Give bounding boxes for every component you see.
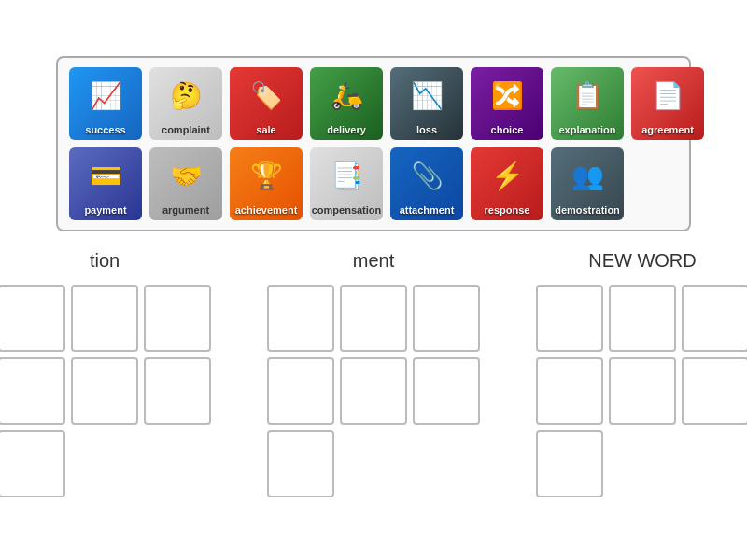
ment-cell[interactable] — [413, 285, 480, 352]
ment-cell[interactable] — [267, 430, 334, 497]
tion-cells — [0, 285, 211, 497]
choice-icon: 🔀 — [471, 67, 543, 123]
new-word-row-1 — [536, 285, 747, 352]
success-icon: 📈 — [69, 67, 142, 123]
ment-title: ment — [353, 250, 394, 272]
tion-cell[interactable] — [0, 357, 65, 425]
payment-icon: 💳 — [69, 147, 142, 203]
agreement-icon: 📄 — [631, 67, 704, 123]
new-word-cell[interactable] — [609, 357, 676, 425]
ment-cell[interactable] — [340, 285, 407, 352]
card-response[interactable]: ⚡response — [471, 147, 543, 220]
tion-cell[interactable] — [144, 357, 211, 425]
choice-label: choice — [491, 124, 524, 135]
tion-column: tion — [0, 250, 211, 497]
card-payment[interactable]: 💳payment — [69, 147, 142, 220]
tion-cell[interactable] — [0, 430, 65, 497]
card-compensation[interactable]: 📑compensation — [310, 147, 383, 220]
card-complaint[interactable]: 🤔complaint — [149, 67, 222, 140]
tion-row-3 — [0, 430, 211, 497]
card-sale[interactable]: 🏷️sale — [230, 67, 303, 140]
ment-row-1 — [267, 285, 480, 352]
sale-label: sale — [256, 124, 275, 135]
tion-cell[interactable] — [71, 357, 138, 425]
demonstration-icon: 👥 — [551, 147, 624, 203]
ment-row-2 — [267, 357, 480, 425]
agreement-label: agreement — [641, 124, 694, 135]
complaint-label: complaint — [162, 124, 210, 135]
attachment-icon: 📎 — [390, 147, 463, 203]
success-label: success — [85, 124, 125, 135]
explanation-label: explanation — [558, 124, 615, 135]
card-delivery[interactable]: 🛵delivery — [310, 67, 383, 140]
delivery-label: delivery — [327, 124, 366, 135]
tion-cell[interactable] — [144, 285, 211, 352]
tion-cell[interactable] — [0, 285, 65, 352]
new-word-cell[interactable] — [536, 430, 603, 497]
argument-label: argument — [162, 204, 209, 216]
delivery-icon: 🛵 — [310, 67, 383, 123]
card-loss[interactable]: 📉loss — [390, 67, 463, 140]
complaint-icon: 🤔 — [149, 67, 222, 123]
card-agreement[interactable]: 📄agreement — [631, 67, 704, 140]
new-word-title: NEW WORD — [588, 250, 697, 272]
argument-icon: 🤝 — [149, 147, 222, 203]
loss-icon: 📉 — [390, 67, 463, 123]
ment-cell[interactable] — [340, 357, 407, 425]
tion-row-2 — [0, 357, 211, 425]
new-word-cell[interactable] — [536, 285, 603, 352]
card-row-2: 💳payment🤝argument🏆achievement📑compensati… — [69, 147, 678, 220]
card-argument[interactable]: 🤝argument — [149, 147, 222, 220]
demonstration-label: demostration — [555, 204, 620, 216]
achievement-label: achievement — [235, 204, 298, 216]
card-grid-container: 📈success🤔complaint🏷️sale🛵delivery📉loss🔀c… — [56, 56, 691, 231]
response-label: response — [485, 204, 530, 216]
card-explanation[interactable]: 📋explanation — [551, 67, 624, 140]
tion-cell[interactable] — [71, 285, 138, 352]
new-word-cell[interactable] — [536, 357, 603, 425]
card-achievement[interactable]: 🏆achievement — [230, 147, 303, 220]
tion-row-1 — [0, 285, 211, 352]
sort-area: tion ment — [0, 250, 747, 497]
new-word-cell[interactable] — [609, 285, 676, 352]
compensation-icon: 📑 — [310, 147, 383, 203]
ment-cell[interactable] — [267, 285, 334, 352]
card-choice[interactable]: 🔀choice — [471, 67, 543, 140]
explanation-icon: 📋 — [551, 67, 624, 123]
new-word-row-2 — [536, 357, 747, 425]
ment-cells — [267, 285, 480, 497]
new-word-cell[interactable] — [682, 285, 747, 352]
new-word-column: NEW WORD — [536, 250, 747, 497]
new-word-cells — [536, 285, 747, 497]
compensation-label: compensation — [312, 204, 382, 216]
ment-column: ment — [267, 250, 480, 497]
card-success[interactable]: 📈success — [69, 67, 142, 140]
response-icon: ⚡ — [471, 147, 543, 203]
ment-cell[interactable] — [413, 357, 480, 425]
ment-row-3 — [267, 430, 480, 497]
card-demonstration[interactable]: 👥demostration — [551, 147, 624, 220]
card-attachment[interactable]: 📎attachment — [390, 147, 463, 220]
card-row-1: 📈success🤔complaint🏷️sale🛵delivery📉loss🔀c… — [69, 67, 678, 140]
loss-label: loss — [416, 124, 437, 135]
new-word-cell[interactable] — [682, 357, 747, 425]
sale-icon: 🏷️ — [230, 67, 303, 123]
attachment-label: attachment — [400, 204, 455, 216]
tion-title: tion — [90, 250, 120, 272]
achievement-icon: 🏆 — [230, 147, 303, 203]
ment-cell[interactable] — [267, 357, 334, 425]
payment-label: payment — [84, 204, 126, 216]
new-word-row-3 — [536, 430, 747, 497]
